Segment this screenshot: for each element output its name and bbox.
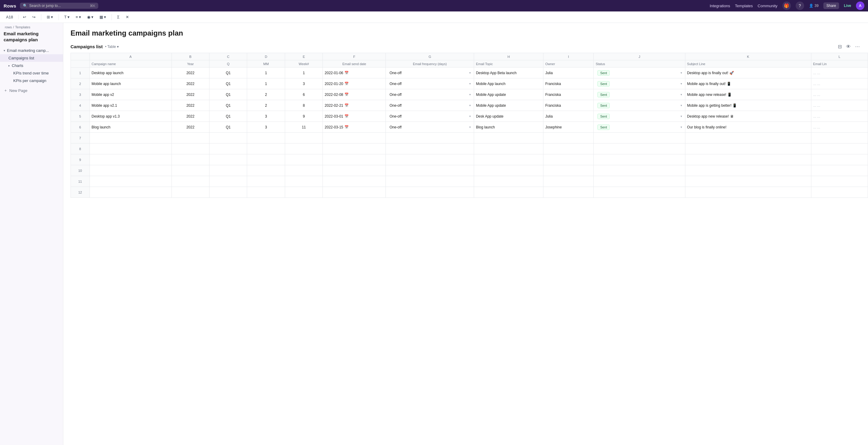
cell-topic[interactable]: Blog launch xyxy=(474,122,544,132)
cell-mm[interactable]: 1 xyxy=(247,67,285,79)
cell-email-link[interactable]: …… xyxy=(811,122,868,132)
cell-topic[interactable] xyxy=(474,132,544,144)
cell-subject[interactable] xyxy=(685,165,811,176)
community-link[interactable]: Community xyxy=(758,4,778,8)
cell-mm[interactable]: 1 xyxy=(247,79,285,89)
cell-q[interactable]: Q1 xyxy=(209,67,247,79)
col-name-date[interactable]: Email send date xyxy=(323,60,386,67)
cell-frequency[interactable] xyxy=(386,154,474,165)
cell-mm[interactable] xyxy=(247,176,285,187)
cell-frequency[interactable] xyxy=(386,144,474,154)
col-header-b[interactable]: B xyxy=(172,53,209,60)
cell-year[interactable]: 2022 xyxy=(172,122,209,132)
cell-date[interactable]: 2022-03-15📅 xyxy=(323,122,386,132)
cell-frequency[interactable]: One-off▾ xyxy=(386,122,474,132)
cell-mm[interactable] xyxy=(247,144,285,154)
cell-email-link[interactable]: …… xyxy=(811,79,868,89)
cell-status[interactable]: Sent▾ xyxy=(594,100,685,111)
col-header-c[interactable]: C xyxy=(209,53,247,60)
breadcrumb-rows[interactable]: rows xyxy=(5,25,12,29)
cell-week[interactable] xyxy=(285,144,322,154)
cell-week[interactable] xyxy=(285,165,322,176)
cell-email-link[interactable] xyxy=(811,132,868,144)
cell-week[interactable]: 8 xyxy=(285,100,322,111)
cell-owner[interactable] xyxy=(544,154,594,165)
sidebar-item-charts[interactable]: ▸ Charts xyxy=(0,62,63,69)
cell-email-link[interactable] xyxy=(811,144,868,154)
col-header-j[interactable]: J xyxy=(594,53,685,60)
col-name-subject[interactable]: Subject Line xyxy=(685,60,811,67)
cell-year[interactable] xyxy=(172,187,209,198)
cell-topic[interactable]: Desk App update xyxy=(474,111,544,122)
cell-email-link[interactable] xyxy=(811,187,868,198)
cell-owner[interactable]: Franciska xyxy=(544,89,594,100)
col-name-q[interactable]: Q xyxy=(209,60,247,67)
cell-subject[interactable]: Desktop app new release! 🖥 xyxy=(685,111,811,122)
cell-date[interactable] xyxy=(323,154,386,165)
cell-status[interactable]: Sent▾ xyxy=(594,89,685,100)
add-rows-button[interactable]: ⊞ ▾ xyxy=(45,14,55,20)
cell-week[interactable]: 9 xyxy=(285,111,322,122)
col-header-k[interactable]: K xyxy=(685,53,811,60)
integrations-link[interactable]: Integrations xyxy=(710,4,730,8)
cell-week[interactable]: 11 xyxy=(285,122,322,132)
cell-status[interactable]: Sent▾ xyxy=(594,122,685,132)
col-header-a[interactable]: A xyxy=(90,53,172,60)
cell-year[interactable] xyxy=(172,154,209,165)
cell-frequency[interactable]: One-off▾ xyxy=(386,100,474,111)
cell-date[interactable]: 2022-01-06📅 xyxy=(323,67,386,79)
search-bar[interactable]: 🔍 Search or jump to... ⌘K xyxy=(20,3,98,9)
cell-mm[interactable] xyxy=(247,154,285,165)
cell-campaign-name[interactable] xyxy=(90,144,172,154)
col-name-emaillink[interactable]: Email Lin xyxy=(811,60,868,67)
cell-topic[interactable]: Desktop App Beta launch xyxy=(474,67,544,79)
formula-button[interactable]: Σ xyxy=(116,14,121,20)
cell-year[interactable]: 2022 xyxy=(172,79,209,89)
cell-reference[interactable]: A18 xyxy=(4,15,19,19)
cell-subject[interactable]: Mobile app is getting better! 📱 xyxy=(685,100,811,111)
cell-campaign-name[interactable] xyxy=(90,165,172,176)
cell-owner[interactable] xyxy=(544,165,594,176)
cell-campaign-name[interactable]: Desktop app launch xyxy=(90,67,172,79)
cell-q[interactable]: Q1 xyxy=(209,79,247,89)
cell-frequency[interactable] xyxy=(386,165,474,176)
redo-button[interactable]: ↪ xyxy=(30,14,37,20)
cell-q[interactable] xyxy=(209,187,247,198)
cell-subject[interactable] xyxy=(685,154,811,165)
cell-subject[interactable] xyxy=(685,132,811,144)
cell-mm[interactable] xyxy=(247,165,285,176)
cell-date[interactable]: 2022-03-01📅 xyxy=(323,111,386,122)
cell-campaign-name[interactable] xyxy=(90,187,172,198)
cell-email-link[interactable] xyxy=(811,176,868,187)
cell-week[interactable] xyxy=(285,154,322,165)
cell-mm[interactable]: 2 xyxy=(247,89,285,100)
cell-subject[interactable] xyxy=(685,187,811,198)
col-name-owner[interactable]: Owner xyxy=(544,60,594,67)
templates-link[interactable]: Templates xyxy=(735,4,753,8)
cell-email-link[interactable]: …… xyxy=(811,100,868,111)
cell-date[interactable] xyxy=(323,187,386,198)
col-header-d[interactable]: D xyxy=(247,53,285,60)
cell-q[interactable] xyxy=(209,132,247,144)
cell-campaign-name[interactable]: Mobile app v2.1 xyxy=(90,100,172,111)
user-avatar[interactable]: A xyxy=(856,1,864,10)
sidebar-item-kpis-trend[interactable]: KPIs trend over time xyxy=(0,69,63,77)
cell-week[interactable]: 3 xyxy=(285,79,322,89)
cell-status[interactable] xyxy=(594,165,685,176)
cell-frequency[interactable] xyxy=(386,187,474,198)
breadcrumb-templates[interactable]: Templates xyxy=(15,25,30,29)
cell-subject[interactable]: Mobile app is finally out! 📱 xyxy=(685,79,811,89)
sidebar-item-kpis-per[interactable]: KPIs per campaign xyxy=(0,77,63,84)
sidebar-item-email-marketing[interactable]: ▾ Email marketing camp... xyxy=(0,47,63,54)
col-name-frequency[interactable]: Email frequency (days) xyxy=(386,60,474,67)
col-name-year[interactable]: Year xyxy=(172,60,209,67)
cell-owner[interactable] xyxy=(544,187,594,198)
cell-q[interactable] xyxy=(209,154,247,165)
cell-campaign-name[interactable] xyxy=(90,132,172,144)
cell-date[interactable]: 2022-02-08📅 xyxy=(323,89,386,100)
cell-year[interactable]: 2022 xyxy=(172,111,209,122)
cell-status[interactable] xyxy=(594,187,685,198)
cell-owner[interactable]: Franciska xyxy=(544,100,594,111)
cell-year[interactable] xyxy=(172,176,209,187)
cell-topic[interactable] xyxy=(474,176,544,187)
